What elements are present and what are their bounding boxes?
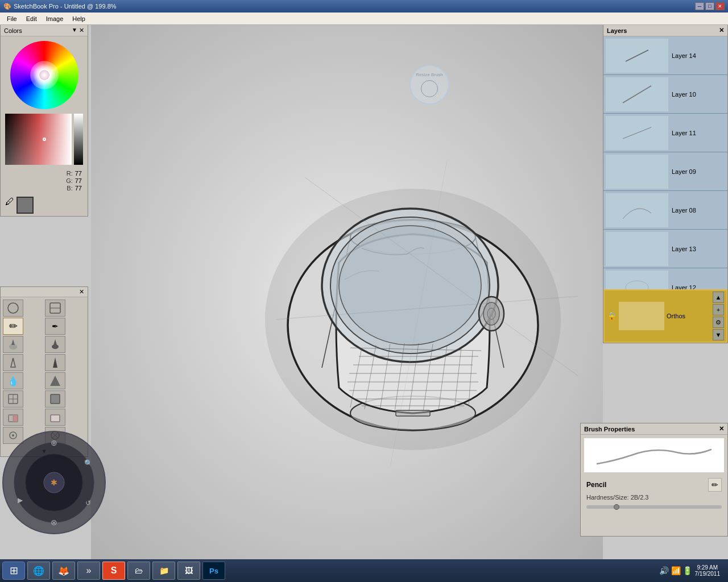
- layers-panel: Layers ✕ Layer 14 Layer 10: [603, 25, 728, 343]
- color-gradient-overlay: [5, 114, 72, 165]
- brush-btn-erase-soft[interactable]: [3, 409, 23, 426]
- brush-btn-smudge[interactable]: [3, 390, 23, 408]
- canvas-area[interactable]: Resize Brush: [91, 25, 603, 559]
- colors-panel: Colors ▼ ✕ R: 77 G:: [0, 25, 88, 217]
- g-label: G:: [66, 177, 73, 184]
- color-wheel-container[interactable]: [1, 36, 88, 114]
- nav-wheel-svg[interactable]: ⊕ 🔍 ↺ ⊗ ▶ ✱: [0, 429, 108, 537]
- layer-item-12[interactable]: Layer 12: [603, 268, 727, 289]
- layer-scroll-down[interactable]: ▼: [713, 329, 724, 340]
- brush-panel-close[interactable]: ✕: [79, 288, 84, 296]
- menu-file[interactable]: File: [2, 14, 22, 23]
- layer-thumbnail-13: [606, 232, 668, 266]
- menu-edit[interactable]: Edit: [22, 14, 42, 23]
- layer-item-11[interactable]: Layer 11: [603, 114, 727, 152]
- color-wheel[interactable]: [10, 41, 78, 109]
- brush-slider-area[interactable]: [581, 503, 727, 511]
- layer-name-14: Layer 14: [671, 51, 697, 60]
- maximize-button[interactable]: □: [705, 2, 714, 10]
- brush-name: Pencil: [586, 481, 606, 489]
- layers-close[interactable]: ✕: [719, 27, 724, 34]
- r-label: R:: [67, 170, 73, 177]
- brush-btn-smear[interactable]: [45, 300, 65, 317]
- close-button[interactable]: ✕: [715, 2, 725, 10]
- layer-settings[interactable]: ⚙: [713, 317, 724, 328]
- svg-text:⊗: ⊗: [51, 518, 57, 527]
- colors-collapse[interactable]: ▼: [72, 27, 77, 34]
- layer-name-10: Layer 10: [671, 90, 697, 99]
- brush-name-row: Pencil ✏: [586, 478, 722, 492]
- brush-slider[interactable]: [586, 505, 722, 509]
- brush-btn-soft[interactable]: [3, 336, 23, 353]
- layer-item-10[interactable]: Layer 10: [603, 75, 727, 114]
- r-value: 77: [75, 170, 82, 177]
- brush-btn-airbrush[interactable]: [3, 354, 23, 371]
- taskbar-photos[interactable]: 🖼: [177, 562, 200, 580]
- navigation-wheel[interactable]: ⊕ 🔍 ↺ ⊗ ▶ ✱: [0, 429, 108, 537]
- svg-text:⊕: ⊕: [51, 438, 57, 447]
- brush-properties-title: Brush Properties: [584, 426, 635, 433]
- svg-rect-48: [51, 394, 60, 404]
- brush-info: Pencil ✏ Hardness/Size: 2B/2.3: [581, 476, 727, 503]
- clock-time: 9:29 AM: [695, 564, 721, 571]
- taskbar-more[interactable]: »: [77, 562, 100, 580]
- layer-name-09: Layer 09: [671, 167, 697, 176]
- active-layer-bar[interactable]: 🔒 Orthos ▲ + ⚙ ▼: [603, 289, 727, 343]
- minimize-button[interactable]: ─: [695, 2, 704, 10]
- lock-icon: 🔒: [607, 311, 617, 321]
- brush-slider-thumb[interactable]: [614, 504, 619, 510]
- brush-panel-header: ✕: [1, 287, 88, 297]
- brush-btn-marker[interactable]: ✒: [45, 318, 65, 335]
- brush-btn-ink[interactable]: [45, 354, 65, 371]
- layer-thumbnail-14: [606, 39, 668, 73]
- svg-point-40: [52, 344, 59, 349]
- brush-btn-hard[interactable]: [45, 336, 65, 353]
- svg-line-59: [623, 127, 651, 139]
- layer-add[interactable]: +: [713, 304, 724, 315]
- layer-item-08[interactable]: Layer 08: [603, 191, 727, 230]
- svg-rect-34: [396, 410, 430, 416]
- brush-btn-circle[interactable]: [3, 300, 23, 317]
- watch-sketch: [248, 149, 578, 467]
- color-swatch-primary[interactable]: [16, 197, 34, 214]
- svg-text:🔍: 🔍: [84, 459, 93, 467]
- svg-text:↺: ↺: [85, 499, 91, 507]
- brush-btn-rough[interactable]: [45, 372, 65, 389]
- tray-icons[interactable]: 🔊 📶 🔋: [659, 566, 693, 575]
- brush-btn-pencil[interactable]: ✏: [3, 318, 23, 335]
- layer-name-08: Layer 08: [671, 206, 697, 215]
- brush-btn-water[interactable]: 💧: [3, 372, 23, 389]
- colors-close[interactable]: ✕: [79, 27, 84, 34]
- brush-icon-box[interactable]: ✏: [708, 478, 722, 492]
- taskbar-windows[interactable]: 📁: [152, 562, 175, 580]
- color-values: R: 77 G: 77 B: 77: [1, 167, 88, 194]
- svg-line-58: [623, 86, 651, 103]
- menu-help[interactable]: Help: [68, 14, 90, 23]
- layer-item-09[interactable]: Layer 09: [603, 152, 727, 191]
- layer-item-14[interactable]: Layer 14: [603, 36, 727, 75]
- taskbar-browser2[interactable]: 🦊: [52, 562, 75, 580]
- brush-pencil-icon: ✏: [712, 480, 718, 489]
- layer-item-13[interactable]: Layer 13: [603, 230, 727, 268]
- g-value: 77: [75, 177, 82, 184]
- layer-move-up[interactable]: ▲: [713, 292, 724, 303]
- taskbar-folder2[interactable]: 🗁: [127, 562, 150, 580]
- colors-title: Colors: [4, 27, 22, 34]
- active-layer-thumbnail: [619, 302, 664, 330]
- main-area: Resize Brush: [0, 25, 728, 559]
- brush-btn-erase-hard[interactable]: [45, 409, 65, 426]
- brush-btn-blur[interactable]: [45, 390, 65, 408]
- layers-list[interactable]: Layer 14 Layer 10 Layer 11: [603, 36, 727, 289]
- color-swatch-area: 🖊: [5, 197, 83, 214]
- taskbar-sbp[interactable]: S: [102, 562, 125, 580]
- taskbar-ie[interactable]: 🌐: [27, 562, 50, 580]
- eyedropper-tool[interactable]: 🖊: [5, 197, 14, 214]
- svg-point-8: [339, 226, 481, 345]
- brush-properties-close[interactable]: ✕: [719, 425, 724, 433]
- menu-image[interactable]: Image: [42, 14, 68, 23]
- start-button[interactable]: ⊞: [2, 562, 25, 580]
- taskbar-photoshop[interactable]: Ps: [202, 562, 225, 580]
- brightness-slider[interactable]: [74, 114, 83, 165]
- menu-bar: File Edit Image Help: [0, 13, 728, 25]
- b-value: 77: [75, 185, 82, 192]
